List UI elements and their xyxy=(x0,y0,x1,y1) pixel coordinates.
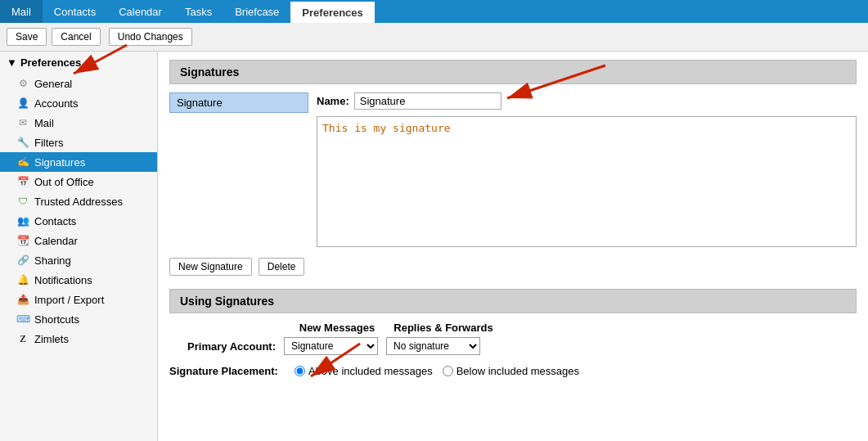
top-nav: Mail Contacts Calendar Tasks Briefcase P… xyxy=(0,0,868,23)
signatures-icon: ✍ xyxy=(16,155,29,169)
sidebar-item-out-of-office[interactable]: 📅 Out of Office xyxy=(0,172,157,191)
nav-calendar[interactable]: Calendar xyxy=(107,0,173,23)
using-signatures-table: New Messages Replies & Forwards Primary … xyxy=(169,322,857,355)
sidebar-item-shortcuts[interactable]: ⌨ Shortcuts xyxy=(0,309,157,329)
replies-col-header: Replies & Forwards xyxy=(390,322,497,334)
nav-mail[interactable]: Mail xyxy=(0,0,43,23)
placement-below-option[interactable]: Below included messages xyxy=(443,365,579,377)
signature-actions: New Signature Delete xyxy=(169,258,857,276)
sidebar-item-sharing[interactable]: 🔗 Sharing xyxy=(0,250,157,270)
sidebar-header-label: Preferences xyxy=(20,56,81,69)
content-area: Signatures Signature Name: This is my si… xyxy=(158,52,868,441)
trusted-addresses-icon: 🛡 xyxy=(16,195,29,208)
triangle-icon: ▼ xyxy=(7,56,17,69)
zimlets-icon: Z xyxy=(16,332,29,345)
sidebar-label-contacts: Contacts xyxy=(34,215,76,227)
page-wrapper: Mail Contacts Calendar Tasks Briefcase P… xyxy=(0,0,868,441)
sidebar-item-import-export[interactable]: 📤 Import / Export xyxy=(0,290,157,309)
sidebar-label-mail: Mail xyxy=(34,117,54,129)
notifications-icon: 🔔 xyxy=(16,273,29,286)
signature-name-input[interactable] xyxy=(354,92,501,110)
sidebar-label-trusted-addresses: Trusted Addresses xyxy=(34,196,123,208)
new-signature-button[interactable]: New Signature xyxy=(169,258,252,276)
signature-body-textarea[interactable]: This is my signature xyxy=(317,116,857,247)
placement-row: Signature Placement: Above included mess… xyxy=(169,365,857,377)
sidebar-item-zimlets[interactable]: Z Zimlets xyxy=(0,329,157,349)
nav-contacts[interactable]: Contacts xyxy=(43,0,107,23)
sidebar-label-shortcuts: Shortcuts xyxy=(34,313,79,326)
main-layout: ▼ Preferences ⚙ General 👤 Accounts ✉ Mai… xyxy=(0,52,868,441)
sidebar-label-out-of-office: Out of Office xyxy=(34,176,94,188)
filters-icon: 🔧 xyxy=(16,136,29,149)
shortcuts-icon: ⌨ xyxy=(16,313,29,326)
using-signatures-header-row: New Messages Replies & Forwards xyxy=(169,322,857,334)
sidebar-label-zimlets: Zimlets xyxy=(34,333,69,345)
signature-right-panel: Name: This is my signature xyxy=(317,92,857,250)
placement-below-label: Below included messages xyxy=(456,365,579,377)
sidebar-item-filters[interactable]: 🔧 Filters xyxy=(0,133,157,152)
signature-name-row: Name: xyxy=(317,92,857,110)
sharing-icon: 🔗 xyxy=(16,254,29,267)
sidebar: ▼ Preferences ⚙ General 👤 Accounts ✉ Mai… xyxy=(0,52,158,441)
placement-below-radio[interactable] xyxy=(443,366,453,376)
sidebar-item-signatures[interactable]: ✍ Signatures xyxy=(0,152,157,172)
new-messages-select[interactable]: Signature No signature xyxy=(284,337,378,355)
accounts-icon: 👤 xyxy=(16,97,29,110)
name-label: Name: xyxy=(317,95,349,107)
placement-above-label: Above included messages xyxy=(308,365,433,377)
nav-tasks[interactable]: Tasks xyxy=(173,0,223,23)
sidebar-item-general[interactable]: ⚙ General xyxy=(0,74,157,93)
sidebar-label-accounts: Accounts xyxy=(34,97,78,110)
delete-signature-button[interactable]: Delete xyxy=(259,258,305,276)
signatures-layout: Signature Name: This is my signature xyxy=(169,92,857,250)
sidebar-item-mail[interactable]: ✉ Mail xyxy=(0,113,157,133)
contacts-icon: 👥 xyxy=(16,214,29,227)
sidebar-label-sharing: Sharing xyxy=(34,254,71,267)
primary-account-label: Primary Account: xyxy=(169,340,284,353)
sidebar-item-trusted-addresses[interactable]: 🛡 Trusted Addresses xyxy=(0,191,157,211)
gear-icon: ⚙ xyxy=(16,77,29,90)
signature-list-item[interactable]: Signature xyxy=(169,92,308,113)
sidebar-label-signatures: Signatures xyxy=(34,156,85,169)
placement-above-radio[interactable] xyxy=(295,366,305,376)
save-button[interactable]: Save xyxy=(7,28,47,46)
sidebar-label-import-export: Import / Export xyxy=(34,294,104,306)
sidebar-label-calendar: Calendar xyxy=(34,235,78,247)
sidebar-item-notifications[interactable]: 🔔 Notifications xyxy=(0,270,157,290)
sidebar-label-notifications: Notifications xyxy=(34,274,92,286)
sidebar-label-general: General xyxy=(34,78,72,90)
signature-list: Signature xyxy=(169,92,308,250)
sidebar-item-calendar[interactable]: 📆 Calendar xyxy=(0,231,157,250)
using-signatures-section-header: Using Signatures xyxy=(169,289,857,313)
new-messages-col-header: New Messages xyxy=(284,322,390,334)
placement-label: Signature Placement: xyxy=(169,365,278,377)
nav-preferences[interactable]: Preferences xyxy=(290,0,374,23)
primary-account-row: Primary Account: Signature No signature … xyxy=(169,337,857,355)
sidebar-item-accounts[interactable]: 👤 Accounts xyxy=(0,93,157,113)
toolbar: Save Cancel Undo Changes xyxy=(0,23,868,52)
mail-icon: ✉ xyxy=(16,116,29,129)
header-spacer xyxy=(169,322,284,334)
sidebar-item-contacts[interactable]: 👥 Contacts xyxy=(0,211,157,231)
nav-briefcase[interactable]: Briefcase xyxy=(223,0,290,23)
cancel-button[interactable]: Cancel xyxy=(52,28,100,46)
placement-above-option[interactable]: Above included messages xyxy=(295,365,433,377)
sidebar-header: ▼ Preferences xyxy=(0,52,157,74)
out-of-office-icon: 📅 xyxy=(16,175,29,188)
sidebar-label-filters: Filters xyxy=(34,137,63,149)
undo-changes-button[interactable]: Undo Changes xyxy=(109,28,192,46)
signatures-section-header: Signatures xyxy=(169,60,857,84)
replies-forwards-select[interactable]: Signature No signature xyxy=(386,337,480,355)
calendar-icon: 📆 xyxy=(16,234,29,247)
import-export-icon: 📤 xyxy=(16,293,29,306)
